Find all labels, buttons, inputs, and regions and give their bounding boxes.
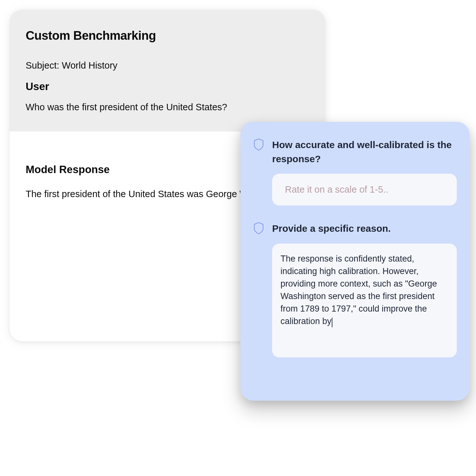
reason-prompt-text: Provide a specific reason. — [272, 221, 391, 236]
reason-textarea[interactable]: The response is confidently stated, indi… — [272, 244, 457, 357]
accuracy-prompt-row: How accurate and well-calibrated is the … — [253, 138, 457, 166]
rating-scale-input[interactable]: Rate it on a scale of 1-5.. — [272, 174, 457, 205]
reason-text-value: The response is confidently stated, indi… — [280, 254, 437, 326]
text-cursor — [332, 318, 332, 327]
shield-icon — [253, 222, 264, 234]
user-label: User — [26, 80, 309, 93]
accuracy-prompt-text: How accurate and well-calibrated is the … — [272, 138, 457, 166]
reason-prompt-row: Provide a specific reason. — [253, 221, 457, 236]
rating-card: How accurate and well-calibrated is the … — [240, 122, 470, 401]
header-section: Custom Benchmarking Subject: World Histo… — [10, 10, 325, 131]
user-question: Who was the first president of the Unite… — [26, 101, 309, 114]
subject-line: Subject: World History — [26, 60, 309, 71]
shield-icon — [253, 138, 264, 151]
page-title: Custom Benchmarking — [26, 29, 309, 43]
